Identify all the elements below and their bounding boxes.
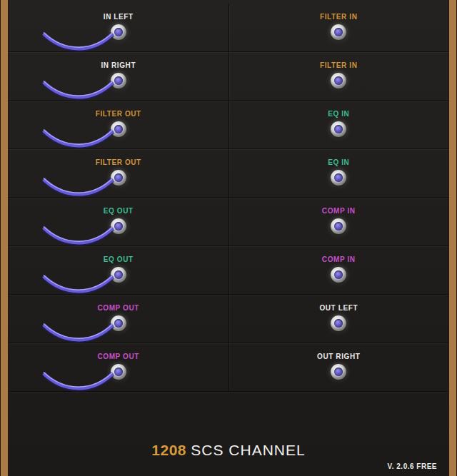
- socket-label: EQ IN: [328, 158, 349, 166]
- jack-socket[interactable]: [331, 73, 346, 88]
- patch-row-3: FILTER OUT EQ IN: [9, 101, 448, 149]
- socket-label: COMP IN: [322, 207, 356, 215]
- socket-label: COMP OUT: [97, 304, 139, 312]
- jack-socket[interactable]: [331, 267, 346, 283]
- jack-socket[interactable]: [331, 364, 346, 380]
- patch-row-2: IN RIGHT FILTER IN: [9, 52, 448, 101]
- socket-label: IN RIGHT: [101, 61, 136, 69]
- socket-label: FILTER IN: [320, 61, 357, 69]
- patch-row-8: COMP OUT OUT RIGHT: [9, 343, 448, 392]
- jack-socket[interactable]: [331, 121, 346, 137]
- patch-cable[interactable]: [33, 370, 123, 397]
- socket-label: EQ OUT: [104, 207, 134, 215]
- socket-label: FILTER OUT: [96, 158, 141, 166]
- jack-socket[interactable]: [331, 218, 346, 234]
- socket-label: EQ OUT: [104, 255, 134, 263]
- socket-label: FILTER OUT: [96, 110, 141, 118]
- jack-socket[interactable]: [331, 170, 346, 186]
- plug-matrix-panel: IN LEFT FILTER IN IN RIGHT: [0, 0, 155, 443]
- socket-label: FILTER IN: [320, 13, 357, 21]
- socket-label: COMP IN: [322, 255, 356, 263]
- plugin-window: 1208 EQUALIZER ON 1208 COMPRESSOR ON 120…: [0, 0, 457, 476]
- version-label: V. 2.0.6 FREE: [388, 462, 438, 470]
- jack-socket[interactable]: [331, 315, 346, 331]
- socket-label: EQ IN: [328, 110, 349, 118]
- socket-label: IN LEFT: [104, 13, 134, 21]
- patchbay: IN LEFT FILTER IN IN RIGHT: [9, 0, 448, 476]
- socket-label: OUT LEFT: [319, 304, 358, 312]
- jack-socket[interactable]: [331, 24, 346, 40]
- wood-rail-left: [0, 0, 9, 476]
- patch-row-5: EQ OUT COMP IN: [9, 198, 448, 246]
- patch-row-6: EQ OUT COMP IN: [9, 246, 448, 295]
- socket-label: COMP OUT: [97, 353, 139, 360]
- patch-row-7: COMP OUT OUT LEFT: [9, 295, 448, 343]
- patch-row-4: FILTER OUT EQ IN: [9, 149, 448, 198]
- patch-row-1: IN LEFT FILTER IN: [9, 4, 448, 52]
- wood-rail-right: [448, 0, 457, 476]
- socket-label: OUT RIGHT: [317, 353, 360, 360]
- plugin-branding: 1208 SCS CHANNEL: [9, 442, 448, 459]
